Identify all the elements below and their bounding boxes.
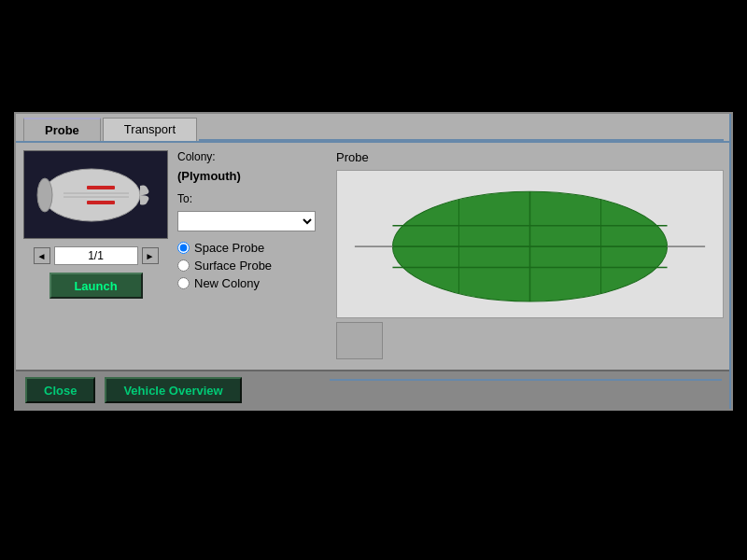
next-button[interactable]: ► xyxy=(142,247,159,264)
bottom-accent-line xyxy=(330,379,722,381)
radio-space-probe[interactable]: Space Probe xyxy=(177,241,327,255)
radio-surface-probe[interactable]: Surface Probe xyxy=(177,259,327,273)
radio-surface-probe-label: Surface Probe xyxy=(194,259,272,273)
destination-select[interactable] xyxy=(177,211,316,231)
svg-rect-1 xyxy=(87,186,115,189)
radio-new-colony-label: New Colony xyxy=(194,276,260,290)
probe-thumbnail xyxy=(336,322,383,359)
nav-row: ◄ ► xyxy=(34,246,159,265)
left-panel: ◄ ► Launch xyxy=(23,150,168,359)
launch-button[interactable]: Launch xyxy=(49,273,143,299)
svg-rect-2 xyxy=(87,201,115,204)
probe-visualization xyxy=(337,171,723,317)
content-area: ◄ ► Launch Colony: (Plymouth) To: Space … xyxy=(16,143,731,367)
radio-new-colony[interactable]: New Colony xyxy=(177,276,327,290)
right-panel: Probe xyxy=(336,150,724,359)
nav-input[interactable] xyxy=(54,246,138,265)
to-label: To: xyxy=(177,192,327,205)
prev-button[interactable]: ◄ xyxy=(34,247,50,264)
middle-panel: Colony: (Plymouth) To: Space Probe Surfa… xyxy=(177,150,327,359)
colony-name: (Plymouth) xyxy=(177,169,327,183)
radio-surface-probe-input[interactable] xyxy=(177,259,190,272)
ship-svg xyxy=(35,158,157,232)
probe-title: Probe xyxy=(336,150,724,164)
svg-point-0 xyxy=(43,169,140,221)
colony-label: Colony: xyxy=(177,150,327,163)
right-accent-line xyxy=(729,114,731,409)
tab-transport[interactable]: Transport xyxy=(103,118,197,141)
tab-probe[interactable]: Probe xyxy=(23,118,101,141)
radio-space-probe-label: Space Probe xyxy=(194,241,264,255)
svg-point-5 xyxy=(37,178,52,212)
close-button[interactable]: Close xyxy=(25,377,95,403)
radio-group: Space Probe Surface Probe New Colony xyxy=(177,241,327,290)
tab-line xyxy=(199,139,724,141)
tab-bar: Probe Transport xyxy=(16,114,731,143)
radio-space-probe-input[interactable] xyxy=(177,242,190,254)
ship-image xyxy=(23,150,168,239)
probe-display xyxy=(336,170,724,318)
radio-new-colony-input[interactable] xyxy=(177,277,190,289)
bottom-bar: Close Vehicle Overview xyxy=(16,370,731,409)
main-window: Probe Transport xyxy=(14,112,733,411)
vehicle-overview-button[interactable]: Vehicle Overview xyxy=(105,377,241,403)
